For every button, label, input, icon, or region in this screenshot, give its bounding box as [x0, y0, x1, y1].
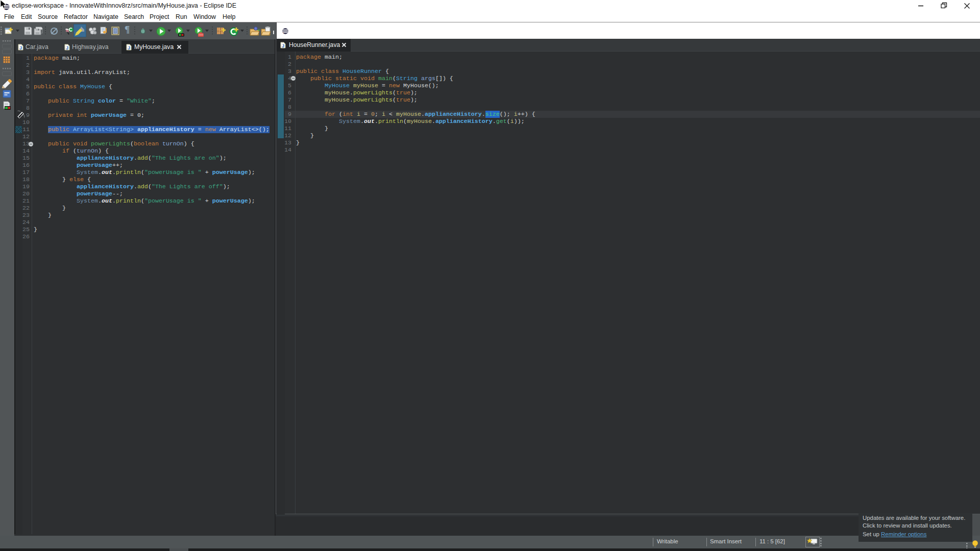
svg-text:J: J	[19, 45, 22, 51]
svg-text:J: J	[282, 43, 284, 48]
svg-text:J: J	[128, 45, 130, 51]
svg-text:J: J	[66, 45, 68, 51]
